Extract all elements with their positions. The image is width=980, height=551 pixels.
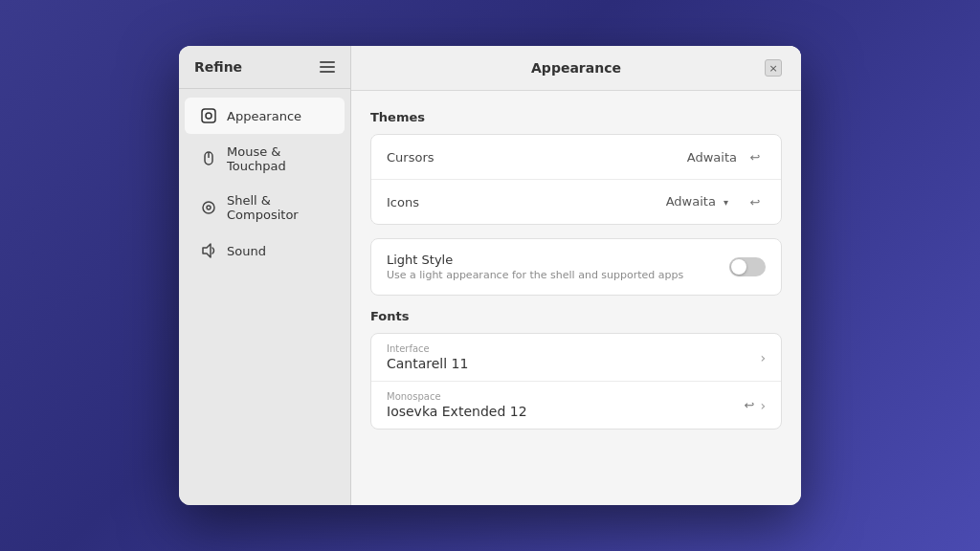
icons-row: Icons Adwaita ▾ ↩ <box>371 180 781 224</box>
svg-point-1 <box>206 113 212 119</box>
cursors-value: Adwaita <box>687 150 737 165</box>
svg-marker-6 <box>203 244 211 257</box>
sound-icon <box>200 242 217 259</box>
page-title: Appearance <box>388 60 765 76</box>
main-content: Appearance × Themes Cursors Adwaita ↩ Ic… <box>351 46 801 505</box>
svg-point-4 <box>203 202 214 213</box>
sidebar-title: Refine <box>194 59 242 75</box>
settings-window: Refine Appearance <box>179 46 801 505</box>
monospace-font-reset-icon[interactable]: ↩ <box>744 398 754 412</box>
interface-font-chevron-icon[interactable]: › <box>760 350 766 365</box>
light-style-description: Use a light appearance for the shell and… <box>387 269 683 281</box>
light-style-toggle[interactable] <box>729 257 766 276</box>
cursors-reset-button[interactable]: ↩ <box>745 146 766 167</box>
mouse-icon <box>200 150 217 167</box>
interface-font-info: Interface Cantarell 11 <box>387 343 760 371</box>
main-header: Appearance × <box>351 46 801 91</box>
themes-card: Cursors Adwaita ↩ Icons Adwaita ▾ ↩ <box>370 134 782 225</box>
close-button[interactable]: × <box>765 59 782 77</box>
monospace-font-chevron-icon[interactable]: › <box>760 398 766 413</box>
fonts-card: Interface Cantarell 11 › Monospace Iosev… <box>370 333 782 430</box>
sidebar-item-mouse-label: Mouse & Touchpad <box>227 144 329 173</box>
sidebar-item-appearance[interactable]: Appearance <box>185 98 345 134</box>
sidebar-item-sound[interactable]: Sound <box>185 232 345 269</box>
svg-rect-0 <box>202 109 215 122</box>
sidebar-nav: Appearance Mouse & Touchpad <box>179 89 350 505</box>
shell-icon <box>200 199 217 216</box>
sidebar-header: Refine <box>179 46 350 89</box>
light-style-text: Light Style Use a light appearance for t… <box>387 253 683 281</box>
sidebar: Refine Appearance <box>179 46 351 505</box>
sidebar-item-appearance-label: Appearance <box>227 109 301 123</box>
icons-label: Icons <box>387 195 666 209</box>
light-style-row: Light Style Use a light appearance for t… <box>387 253 766 281</box>
sidebar-item-shell[interactable]: Shell & Compositor <box>185 184 345 231</box>
interface-font-actions: › <box>760 350 766 365</box>
themes-section-label: Themes <box>370 110 782 124</box>
sidebar-item-sound-label: Sound <box>227 244 266 258</box>
cursors-row: Cursors Adwaita ↩ <box>371 135 781 180</box>
monospace-font-sublabel: Monospace <box>387 391 744 402</box>
sidebar-item-shell-label: Shell & Compositor <box>227 193 329 222</box>
interface-font-row[interactable]: Interface Cantarell 11 › <box>371 334 781 382</box>
light-style-card: Light Style Use a light appearance for t… <box>370 238 782 296</box>
monospace-font-row[interactable]: Monospace Iosevka Extended 12 ↩ › <box>371 382 781 429</box>
fonts-section-label: Fonts <box>370 309 782 323</box>
sidebar-item-mouse[interactable]: Mouse & Touchpad <box>185 135 345 183</box>
icons-value: Adwaita ▾ <box>666 194 737 210</box>
monospace-font-actions: ↩ › <box>744 398 766 413</box>
appearance-icon <box>200 107 217 124</box>
svg-point-5 <box>207 206 211 209</box>
interface-font-name: Cantarell 11 <box>387 356 760 371</box>
light-style-title: Light Style <box>387 253 683 267</box>
main-body: Themes Cursors Adwaita ↩ Icons Adwaita ▾… <box>351 91 801 505</box>
icons-dropdown-arrow[interactable]: ▾ <box>724 197 737 210</box>
monospace-font-name: Iosevka Extended 12 <box>387 404 744 419</box>
cursors-label: Cursors <box>387 150 687 165</box>
monospace-font-info: Monospace Iosevka Extended 12 <box>387 391 744 419</box>
icons-reset-button[interactable]: ↩ <box>745 191 766 212</box>
interface-font-sublabel: Interface <box>387 343 760 354</box>
menu-icon[interactable] <box>320 61 335 73</box>
